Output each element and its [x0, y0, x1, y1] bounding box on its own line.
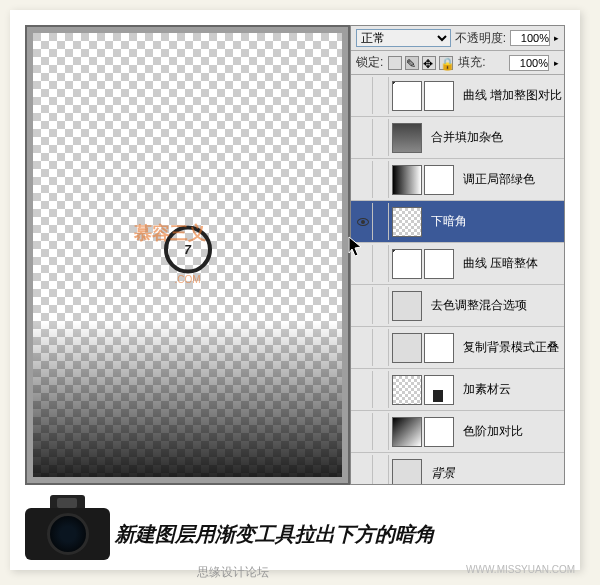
layer-row[interactable]: 背景 — [351, 453, 564, 484]
watermark-brand: 慕容三义 — [134, 221, 206, 245]
footer-site-name: 思缘设计论坛 — [197, 565, 269, 579]
link-column[interactable] — [373, 287, 389, 324]
layer-thumbnails — [389, 249, 457, 279]
dropdown-icon[interactable]: ▸ — [554, 33, 559, 43]
layer-name-label[interactable]: 复制背景模式正叠 — [457, 339, 559, 356]
layer-thumb[interactable] — [392, 417, 422, 447]
visibility-toggle[interactable] — [353, 287, 373, 324]
blend-mode-select[interactable]: 正常 — [356, 29, 451, 47]
lock-label: 锁定: — [356, 54, 383, 71]
layer-thumbnails — [389, 333, 457, 363]
layer-thumbnails — [389, 291, 425, 321]
link-column[interactable] — [373, 455, 389, 484]
layer-thumbnails — [389, 417, 457, 447]
lock-pixels-icon[interactable]: ✎ — [405, 56, 419, 70]
link-column[interactable] — [373, 329, 389, 366]
screenshot-card: 慕容三义 7 .COM 正常 不透明度: ▸ 锁定: ✎ ✥ — [10, 10, 580, 570]
layer-name-label[interactable]: 调正局部绿色 — [457, 171, 535, 188]
document-canvas-frame: 慕容三义 7 .COM — [25, 25, 350, 485]
layer-row[interactable]: 曲线 增加整图对比 — [351, 75, 564, 117]
layer-mask-thumb[interactable] — [424, 81, 454, 111]
layer-row[interactable]: 加素材云 — [351, 369, 564, 411]
layer-name-label[interactable]: 合并填加杂色 — [425, 129, 503, 146]
visibility-toggle[interactable] — [353, 329, 373, 366]
layer-name-label[interactable]: 下暗角 — [425, 213, 467, 230]
layer-thumb[interactable] — [392, 165, 422, 195]
layer-name-label[interactable]: 曲线 压暗整体 — [457, 255, 538, 272]
link-column[interactable] — [373, 161, 389, 198]
footer-url: WWW.MISSYUAN.COM — [466, 564, 575, 575]
layer-row[interactable]: 去色调整混合选项 — [351, 285, 564, 327]
visibility-toggle[interactable] — [353, 119, 373, 156]
camera-decoration — [25, 495, 110, 560]
link-column[interactable] — [373, 119, 389, 156]
layer-name-label[interactable]: 色阶加对比 — [457, 423, 523, 440]
layer-mask-thumb[interactable] — [424, 417, 454, 447]
layer-thumbnails — [389, 81, 457, 111]
layer-thumb[interactable] — [392, 375, 422, 405]
watermark-sub: .COM — [164, 274, 212, 285]
layer-row[interactable]: 复制背景模式正叠 — [351, 327, 564, 369]
document-canvas[interactable]: 慕容三义 7 .COM — [33, 33, 342, 477]
link-column[interactable] — [373, 77, 389, 114]
pointer-arrow-icon — [347, 235, 363, 262]
layer-thumbnails — [389, 207, 425, 237]
layer-thumbnails — [389, 459, 425, 485]
layer-row[interactable]: 调正局部绿色 — [351, 159, 564, 201]
eye-icon — [357, 218, 369, 226]
lock-icons-group: ✎ ✥ 🔒 — [388, 56, 453, 70]
lock-position-icon[interactable]: ✥ — [422, 56, 436, 70]
step-watermark: 慕容三义 7 .COM — [164, 226, 212, 285]
layer-row[interactable]: 合并填加杂色 — [351, 117, 564, 159]
layer-thumbnails — [389, 165, 457, 195]
layer-row[interactable]: 下暗角 — [351, 201, 564, 243]
visibility-toggle[interactable] — [353, 413, 373, 450]
layer-thumb[interactable] — [392, 207, 422, 237]
layer-thumb[interactable] — [392, 459, 422, 485]
fill-input[interactable] — [509, 55, 549, 71]
layer-name-label[interactable]: 曲线 增加整图对比 — [457, 87, 562, 104]
visibility-toggle[interactable] — [353, 455, 373, 484]
layer-thumbnails — [389, 375, 457, 405]
layer-name-label[interactable]: 去色调整混合选项 — [425, 297, 527, 314]
opacity-label: 不透明度: — [455, 30, 506, 47]
layer-list[interactable]: 曲线 增加整图对比合并填加杂色调正局部绿色下暗角曲线 压暗整体去色调整混合选项复… — [351, 75, 564, 484]
layer-name-label[interactable]: 背景 — [425, 465, 455, 482]
visibility-toggle[interactable] — [353, 371, 373, 408]
link-column[interactable] — [373, 413, 389, 450]
step-number-badge: 7 — [164, 226, 212, 274]
layer-thumb[interactable] — [392, 333, 422, 363]
fill-label: 填充: — [458, 54, 485, 71]
lock-all-icon[interactable]: 🔒 — [439, 56, 453, 70]
layers-lock-row: 锁定: ✎ ✥ 🔒 填充: ▸ — [351, 51, 564, 75]
layer-thumbnails — [389, 123, 425, 153]
page-footer: 思缘设计论坛 WWW.MISSYUAN.COM — [0, 564, 600, 581]
step-caption: 新建图层用渐变工具拉出下方的暗角 — [115, 521, 435, 548]
photoshop-ui: 慕容三义 7 .COM 正常 不透明度: ▸ 锁定: ✎ ✥ — [25, 25, 565, 485]
layer-name-label[interactable]: 加素材云 — [457, 381, 511, 398]
dropdown-icon[interactable]: ▸ — [554, 58, 559, 68]
layer-thumb[interactable] — [392, 81, 422, 111]
layer-mask-thumb[interactable] — [424, 333, 454, 363]
link-column[interactable] — [373, 203, 389, 240]
layer-row[interactable]: 色阶加对比 — [351, 411, 564, 453]
opacity-input[interactable] — [510, 30, 550, 46]
layers-panel-header: 正常 不透明度: ▸ — [351, 26, 564, 51]
layer-mask-thumb[interactable] — [424, 165, 454, 195]
layer-thumb[interactable] — [392, 123, 422, 153]
link-column[interactable] — [373, 371, 389, 408]
lock-transparency-icon[interactable] — [388, 56, 402, 70]
layer-row[interactable]: 曲线 压暗整体 — [351, 243, 564, 285]
visibility-toggle[interactable] — [353, 161, 373, 198]
layer-mask-thumb[interactable] — [424, 375, 454, 405]
layer-thumb[interactable] — [392, 291, 422, 321]
layers-panel: 正常 不透明度: ▸ 锁定: ✎ ✥ 🔒 填充: ▸ 曲线 增加整图对比合并填加… — [350, 25, 565, 485]
link-column[interactable] — [373, 245, 389, 282]
layer-thumb[interactable] — [392, 249, 422, 279]
layer-mask-thumb[interactable] — [424, 249, 454, 279]
visibility-toggle[interactable] — [353, 77, 373, 114]
